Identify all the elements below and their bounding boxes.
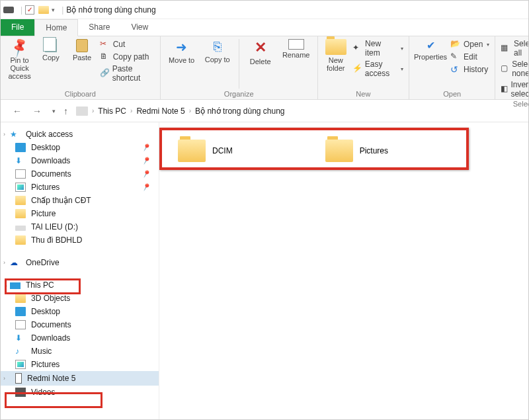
history-icon: ↺ xyxy=(450,64,461,75)
properties-button[interactable]: ✔ Properties xyxy=(415,39,446,61)
copy-path-icon: 🗎 xyxy=(100,52,110,62)
download-icon: ⬇ xyxy=(15,156,26,165)
invert-selection-button[interactable]: ◧Invert selection xyxy=(501,80,529,99)
ribbon-group-new: New folder ✦New item▾ ⚡Easy access▾ New xyxy=(318,36,409,99)
new-folder-button[interactable]: New folder xyxy=(323,39,348,72)
open-button[interactable]: 📂Open▾ xyxy=(450,39,489,50)
easy-access-icon: ⚡ xyxy=(352,63,362,74)
separator: | xyxy=(20,5,22,15)
chevron-right-icon[interactable]: › xyxy=(3,375,5,382)
paste-button[interactable]: Paste xyxy=(68,39,95,62)
select-none-button[interactable]: ▢Select none xyxy=(501,60,529,78)
tab-view[interactable]: View xyxy=(120,19,159,36)
sidebar-item[interactable]: TAI LIEU (D:) xyxy=(1,220,159,233)
sidebar-item[interactable]: Picture xyxy=(1,207,159,220)
cloud-icon: ☁ xyxy=(10,258,20,267)
folder-icon xyxy=(325,39,346,55)
folder-icon xyxy=(15,209,26,218)
document-icon xyxy=(15,169,26,179)
easy-access-button[interactable]: ⚡Easy access▾ xyxy=(352,60,403,78)
sidebar-item-quick-access[interactable]: › ★ Quick access xyxy=(1,128,159,141)
pin-quick-access-button[interactable]: 📌 Pin to Quick access xyxy=(6,39,33,80)
paste-shortcut-button[interactable]: 🔗Paste shortcut xyxy=(100,64,155,83)
cut-button[interactable]: ✂Cut xyxy=(100,39,155,50)
invert-icon: ◧ xyxy=(501,84,508,95)
sidebar-item[interactable]: Pictures xyxy=(1,358,159,371)
sidebar-item[interactable]: Pictures📍 xyxy=(1,181,159,194)
qat-check-icon[interactable]: ✓ xyxy=(25,5,34,15)
paste-icon xyxy=(76,39,88,52)
chevron-down-icon[interactable]: ⌄ xyxy=(3,282,9,288)
music-icon: ♪ xyxy=(15,347,26,356)
breadcrumb-item[interactable]: This PC xyxy=(98,106,126,116)
delete-button[interactable]: ✕ Delete xyxy=(245,39,276,65)
desktop-icon xyxy=(15,307,26,316)
sidebar-item-onedrive[interactable]: › ☁ OneDrive xyxy=(1,256,159,269)
nav-back-button[interactable]: ← xyxy=(10,106,24,116)
select-all-button[interactable]: ▦Select all xyxy=(501,39,529,58)
navigation-bar: ← → ▾ ↑ › This PC › Redmi Note 5 › Bộ nh… xyxy=(1,100,528,122)
sidebar-item[interactable]: Documents📍 xyxy=(1,167,159,181)
nav-forward-button[interactable]: → xyxy=(30,106,44,116)
copy-button[interactable]: Copy xyxy=(37,39,64,62)
chevron-right-icon[interactable]: › xyxy=(3,259,5,266)
new-item-icon: ✦ xyxy=(352,43,362,54)
nav-up-button[interactable]: ↑ xyxy=(63,106,68,116)
qat-folder-icon[interactable] xyxy=(38,6,49,14)
sidebar-item[interactable]: Desktop xyxy=(1,305,159,318)
highlight-annotation xyxy=(159,128,469,170)
select-all-icon: ▦ xyxy=(501,43,511,54)
sidebar-item[interactable]: Thu đi BDHLD xyxy=(1,233,159,247)
nav-recent-dropdown[interactable]: ▾ xyxy=(50,108,58,114)
copy-to-button[interactable]: ⎘ Copy to xyxy=(202,39,233,63)
pc-icon xyxy=(10,282,20,289)
pin-icon: 📍 xyxy=(140,142,153,153)
tab-home[interactable]: Home xyxy=(34,19,78,36)
pin-icon: 📍 xyxy=(140,181,153,193)
drive-icon xyxy=(15,226,26,231)
ribbon-tabs: File Home Share View xyxy=(1,19,528,36)
tab-file[interactable]: File xyxy=(1,19,34,36)
edit-button[interactable]: ✎Edit xyxy=(450,52,489,62)
sidebar-item[interactable]: ♪Music xyxy=(1,345,159,358)
ribbon-group-select: ▦Select all ▢Select none ◧Invert selecti… xyxy=(495,36,529,99)
breadcrumb[interactable]: › This PC › Redmi Note 5 › Bộ nhớ trong … xyxy=(73,106,519,116)
sidebar-item[interactable]: Chấp thuận CĐT xyxy=(1,194,159,207)
sidebar-item[interactable]: Desktop📍 xyxy=(1,141,159,154)
move-to-button[interactable]: ➜ Move to xyxy=(166,39,198,64)
history-button[interactable]: ↺History xyxy=(450,64,489,75)
chevron-right-icon[interactable]: › xyxy=(130,107,132,114)
download-icon: ⬇ xyxy=(15,333,26,343)
chevron-right-icon[interactable]: › xyxy=(189,107,191,114)
qat-dropdown-icon[interactable]: ▾ xyxy=(52,7,55,13)
desktop-icon xyxy=(15,143,26,152)
chevron-right-icon[interactable]: › xyxy=(3,131,5,138)
copy-path-button[interactable]: 🗎Copy path xyxy=(100,52,155,62)
sidebar-item[interactable]: ⬇Downloads📍 xyxy=(1,154,159,167)
properties-icon: ✔ xyxy=(427,39,435,52)
pictures-icon xyxy=(15,360,26,369)
navigation-pane[interactable]: › ★ Quick access Desktop📍 ⬇Downloads📍 Do… xyxy=(1,122,159,419)
breadcrumb-icon xyxy=(76,106,88,116)
breadcrumb-item[interactable]: Redmi Note 5 xyxy=(136,106,184,116)
app-icon xyxy=(3,7,14,13)
content-pane[interactable]: DCIM Pictures xyxy=(159,122,528,419)
phone-icon xyxy=(15,373,22,384)
chevron-right-icon[interactable]: › xyxy=(92,107,94,114)
sidebar-item-redmi[interactable]: › Redmi Note 5 xyxy=(1,371,159,386)
explorer-body: › ★ Quick access Desktop📍 ⬇Downloads📍 Do… xyxy=(1,122,528,419)
sidebar-item[interactable]: Videos xyxy=(1,386,159,399)
tab-share[interactable]: Share xyxy=(78,19,120,36)
sidebar-item[interactable]: Documents xyxy=(1,318,159,331)
sidebar-item[interactable]: 3D Objects xyxy=(1,292,159,305)
copy-to-icon: ⎘ xyxy=(214,39,222,54)
new-item-button[interactable]: ✦New item▾ xyxy=(352,39,403,58)
ribbon: 📌 Pin to Quick access Copy Paste ✂Cut 🗎C… xyxy=(1,36,528,100)
separator: | xyxy=(61,5,63,15)
sidebar-item[interactable]: ⬇Downloads xyxy=(1,331,159,345)
sidebar-item-thispc[interactable]: ⌄ This PC xyxy=(1,278,159,292)
rename-button[interactable]: Rename xyxy=(280,39,312,59)
select-none-icon: ▢ xyxy=(501,63,509,74)
edit-icon: ✎ xyxy=(450,52,461,62)
breadcrumb-item[interactable]: Bộ nhớ trong dùng chung xyxy=(195,106,284,116)
